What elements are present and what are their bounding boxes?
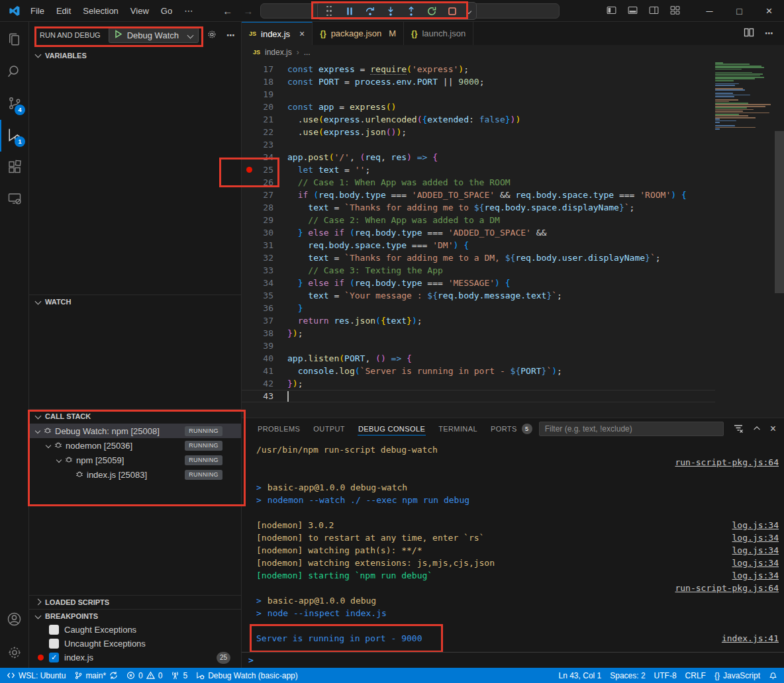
call-stack-row[interactable]: Debug Watch: npm [25008]RUNNING	[29, 424, 241, 438]
customize-layout-icon[interactable]	[669, 5, 681, 18]
code-line[interactable]: 24app.post('/', (req, res) => {	[242, 151, 715, 163]
watch-section-header[interactable]: WATCH	[29, 295, 241, 308]
code-editor[interactable]: 17const express = require('express');18c…	[242, 60, 784, 418]
code-line[interactable]: 43	[242, 390, 715, 402]
panel-maximize-chevron-icon[interactable]	[752, 424, 761, 435]
debug-console-prompt[interactable]: >	[242, 652, 784, 668]
glyph-margin[interactable]	[242, 264, 256, 277]
panel-tab-debug-console[interactable]: DEBUG CONSOLE	[352, 418, 432, 439]
toggle-sidebar-icon[interactable]	[606, 5, 617, 18]
panel-tab-output[interactable]: OUTPUT	[307, 418, 352, 439]
glyph-margin[interactable]	[242, 101, 256, 113]
code-line[interactable]: 38});	[242, 327, 715, 340]
sidebar-item-source-control[interactable]: 4	[0, 88, 28, 120]
sidebar-item-run-debug[interactable]: 1	[0, 120, 28, 152]
source-link[interactable]: log.js:34	[732, 545, 779, 555]
glyph-margin[interactable]	[242, 75, 256, 88]
code-line[interactable]: 40app.listen(PORT, () => {	[242, 352, 715, 365]
breakpoint-dot[interactable]	[242, 163, 256, 176]
notifications-bell[interactable]	[769, 671, 777, 680]
call-stack-row[interactable]: nodemon [25036]RUNNING	[29, 438, 241, 453]
glyph-margin[interactable]	[242, 126, 256, 138]
toggle-panel-icon[interactable]	[627, 5, 638, 18]
breakpoint-row[interactable]: ✓index.js25	[29, 651, 241, 664]
glyph-margin[interactable]	[242, 302, 256, 314]
ports-status[interactable]: 5	[171, 671, 187, 680]
glyph-margin[interactable]	[242, 277, 256, 289]
code-line[interactable]: 28 text = `Thanks for adding me to ${req…	[242, 201, 715, 214]
minimize-icon[interactable]: ─	[695, 0, 724, 22]
restart-icon[interactable]	[426, 5, 438, 17]
sidebar-item-remote-explorer[interactable]	[0, 183, 28, 215]
code-line[interactable]: 39	[242, 340, 715, 352]
tab-index.js[interactable]: JSindex.js×	[242, 22, 313, 45]
code-line[interactable]: 29 // Case 2: When App was added to a DM	[242, 214, 715, 226]
menu-file[interactable]: File	[24, 6, 50, 16]
code-line[interactable]: 35 text = `Your message : ${req.body.mes…	[242, 289, 715, 302]
glyph-margin[interactable]	[242, 289, 256, 302]
maximize-icon[interactable]: □	[724, 0, 754, 22]
step-into-icon[interactable]	[385, 5, 397, 17]
menu-edit[interactable]: Edit	[50, 6, 77, 16]
loaded-scripts-section-header[interactable]: LOADED SCRIPTS	[29, 595, 241, 609]
code-line[interactable]: 42});	[242, 377, 715, 390]
breakpoint-row[interactable]: Uncaught Exceptions	[29, 637, 241, 651]
editor-scrollbar[interactable]	[775, 131, 784, 293]
debug-session-status[interactable]: Debug Watch (basic-app)	[196, 671, 298, 680]
source-link[interactable]: log.js:34	[732, 533, 779, 543]
breakpoint-row[interactable]: Caught Exceptions	[29, 623, 241, 637]
remote-indicator[interactable]: WSL: Ubuntu	[7, 671, 66, 680]
tab-launch.json[interactable]: {}launch.json	[404, 22, 473, 45]
step-over-icon[interactable]	[364, 5, 376, 17]
panel-tab-ports[interactable]: PORTS5	[484, 418, 539, 439]
start-debug-icon[interactable]	[115, 30, 122, 40]
code-line[interactable]: 33 // Case 3: Texting the App	[242, 264, 715, 277]
code-line[interactable]: 26 // Case 1: When App was added to the …	[242, 176, 715, 189]
toggle-secondary-sidebar-icon[interactable]	[648, 5, 660, 18]
code-line[interactable]: 17const express = require('express');	[242, 63, 715, 75]
source-link[interactable]: log.js:34	[732, 570, 779, 580]
glyph-margin[interactable]	[242, 327, 256, 340]
git-branch-status[interactable]: main*	[74, 671, 118, 680]
variables-section-header[interactable]: VARIABLES	[29, 48, 241, 62]
glyph-margin[interactable]	[242, 63, 256, 75]
checkbox-unchecked[interactable]	[49, 625, 59, 635]
glyph-margin[interactable]	[242, 365, 256, 377]
glyph-margin[interactable]	[242, 390, 256, 402]
breakpoints-section-header[interactable]: BREAKPOINTS	[29, 609, 241, 623]
code-line[interactable]: 19	[242, 88, 715, 101]
cursor-position[interactable]: Ln 43, Col 1	[559, 671, 602, 680]
menu-go[interactable]: Go	[155, 6, 178, 16]
console-filter-input[interactable]	[539, 422, 724, 436]
toolbar-drag-grip[interactable]	[323, 5, 335, 17]
language-mode[interactable]: {} JavaScript	[714, 671, 760, 680]
code-line[interactable]: 25 let text = '';	[242, 163, 715, 176]
glyph-margin[interactable]	[242, 88, 256, 101]
breadcrumb-rest[interactable]: ...	[304, 48, 311, 57]
source-link[interactable]: run-script-pkg.js:64	[675, 583, 779, 593]
eol-sequence[interactable]: CRLF	[685, 671, 706, 680]
tab-close-icon[interactable]: ×	[299, 28, 305, 39]
glyph-margin[interactable]	[242, 214, 256, 226]
forward-arrow-icon[interactable]: →	[243, 5, 253, 17]
back-arrow-icon[interactable]: ←	[222, 5, 232, 17]
glyph-margin[interactable]	[242, 176, 256, 189]
glyph-margin[interactable]	[242, 138, 256, 151]
code-line[interactable]: 21 .use(express.urlencoded({extended: fa…	[242, 113, 715, 126]
code-line[interactable]: 31 req.body.space.type === 'DM') {	[242, 239, 715, 251]
step-out-icon[interactable]	[405, 5, 417, 17]
panel-close-icon[interactable]: ×	[770, 423, 776, 435]
settings-button[interactable]	[0, 639, 28, 668]
sidebar-item-extensions[interactable]	[0, 152, 28, 183]
debug-config-dropdown[interactable]: Debug Watch	[109, 27, 199, 43]
panel-tab-terminal[interactable]: TERMINAL	[432, 418, 484, 439]
call-stack-row[interactable]: index.js [25083]RUNNING	[29, 467, 241, 482]
panel-tab-problems[interactable]: PROBLEMS	[251, 418, 307, 439]
glyph-margin[interactable]	[242, 201, 256, 214]
code-line[interactable]: 32 text = `Thanks for adding me to a DM,…	[242, 251, 715, 264]
source-link[interactable]: log.js:34	[732, 558, 779, 568]
accounts-button[interactable]	[0, 604, 28, 636]
code-line[interactable]: 41 console.log(`Server is running in por…	[242, 365, 715, 377]
debug-console-output[interactable]: /usr/bin/npm run-script debug-watchrun-s…	[242, 439, 784, 652]
split-editor-icon[interactable]	[744, 27, 754, 40]
